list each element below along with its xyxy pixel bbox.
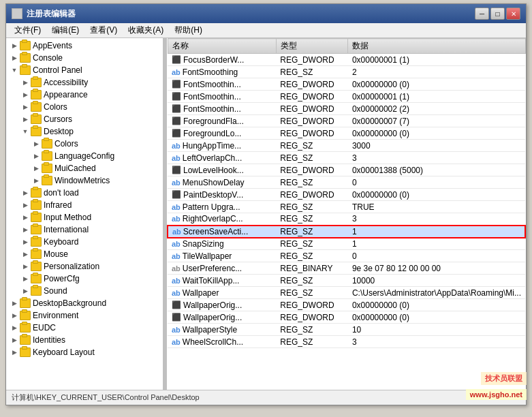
- tree-item-infrared[interactable]: ▶ Infrared: [6, 199, 163, 211]
- tree-expander[interactable]: ▶: [9, 322, 20, 333]
- tree-item-dontload[interactable]: ▶ don't load: [6, 187, 163, 199]
- tree-expander[interactable]: ▶: [9, 347, 20, 358]
- tree-item-controlpanel[interactable]: ▼ Control Panel: [6, 64, 163, 76]
- col-header-data[interactable]: 数据: [348, 39, 525, 54]
- window-title: 注册表编辑器: [27, 8, 475, 20]
- table-row[interactable]: abScreenSaveActi... REG_SZ 1: [168, 226, 525, 238]
- table-row[interactable]: abPattern Upgra... REG_SZ TRUE: [168, 201, 525, 213]
- tree-item-windowmetrics[interactable]: ▶ WindowMetrics: [6, 174, 163, 187]
- col-header-type[interactable]: 类型: [276, 39, 348, 54]
- tree-expander[interactable]: ▶: [9, 298, 20, 309]
- table-row[interactable]: ⬛WallpaperOrig... REG_DWORD 0x00000000 (…: [168, 311, 525, 324]
- tree-expander[interactable]: ▶: [20, 114, 31, 125]
- menu-view[interactable]: 查看(V): [84, 23, 123, 37]
- menu-edit[interactable]: 编辑(E): [46, 23, 84, 37]
- tree-panel[interactable]: ▶ AppEvents ▶ Console ▼ Control Panel ▶ …: [6, 38, 164, 390]
- tree-expander[interactable]: ▶: [20, 261, 31, 272]
- table-row[interactable]: abWheelScrollCh... REG_SZ 3: [168, 336, 525, 348]
- table-row[interactable]: abUserPreferenc... REG_BINARY 9e 3e 07 8…: [168, 262, 525, 275]
- table-row[interactable]: abFontSmoothing REG_SZ 2: [168, 66, 525, 78]
- col-header-name[interactable]: 名称: [168, 39, 276, 54]
- tree-item-identities[interactable]: ▶ Identities: [6, 334, 163, 346]
- table-row[interactable]: ⬛LowLevelHook... REG_DWORD 0x00001388 (5…: [168, 164, 525, 176]
- tree-expander[interactable]: ▼: [9, 65, 20, 76]
- table-row[interactable]: abSnapSizing REG_SZ 1: [168, 238, 525, 250]
- tree-item-appevents[interactable]: ▶ AppEvents: [6, 40, 163, 52]
- cell-name: abHungAppTime...: [168, 140, 276, 152]
- cell-type: REG_DWORD: [276, 78, 348, 91]
- table-row[interactable]: abRightOverlapC... REG_SZ 3: [168, 213, 525, 226]
- cell-type: REG_SZ: [276, 275, 348, 287]
- tree-item-inputmethod[interactable]: ▶ Input Method: [6, 211, 163, 223]
- cell-data: C:\Users\Administrator\AppData\Roaming\M…: [348, 287, 525, 299]
- tree-expander[interactable]: ▶: [20, 77, 31, 88]
- tree-expander[interactable]: ▶: [31, 175, 42, 186]
- cell-name: ⬛FocusBorderW...: [168, 54, 276, 66]
- table-row[interactable]: abTileWallpaper REG_SZ 0: [168, 250, 525, 262]
- tree-item-environment[interactable]: ▶ Environment: [6, 309, 163, 322]
- tree-expander[interactable]: ▶: [20, 200, 31, 211]
- tree-expander[interactable]: ▶: [20, 89, 31, 100]
- tree-expander[interactable]: ▶: [20, 212, 31, 223]
- tree-expander[interactable]: ▶: [20, 187, 31, 198]
- cell-name: ⬛FontSmoothin...: [168, 103, 276, 115]
- table-row[interactable]: ⬛PaintDesktopV... REG_DWORD 0x00000000 (…: [168, 189, 525, 201]
- minimize-button[interactable]: ─: [475, 7, 489, 20]
- cell-data: 3000: [348, 140, 525, 152]
- close-button[interactable]: ✕: [506, 7, 520, 20]
- tree-item-desktopbg[interactable]: ▶ DesktopBackground: [6, 297, 163, 309]
- table-row[interactable]: abMenuShowDelay REG_SZ 0: [168, 176, 525, 189]
- tree-item-cursors[interactable]: ▶ Cursors: [6, 113, 163, 125]
- tree-item-powercfg[interactable]: ▶ PowerCfg: [6, 273, 163, 285]
- tree-expander[interactable]: ▶: [20, 102, 31, 112]
- table-row[interactable]: ⬛ForegroundLo... REG_DWORD 0x00000000 (0…: [168, 127, 525, 140]
- tree-item-muicached[interactable]: ▶ MuiCached: [6, 162, 163, 174]
- tree-expander[interactable]: ▶: [31, 163, 42, 174]
- table-row[interactable]: abWallpaper REG_SZ C:\Users\Administrato…: [168, 287, 525, 299]
- tree-expander[interactable]: ▶: [31, 138, 42, 149]
- table-row[interactable]: ⬛ForegroundFla... REG_DWORD 0x00000007 (…: [168, 115, 525, 127]
- table-row[interactable]: abWaitToKillApp... REG_SZ 10000: [168, 275, 525, 287]
- tree-expander[interactable]: ▶: [31, 151, 42, 161]
- tree-item-eudc[interactable]: ▶ EUDC: [6, 322, 163, 334]
- tree-item-international[interactable]: ▶ International: [6, 223, 163, 236]
- table-row[interactable]: ⬛FontSmoothin... REG_DWORD 0x00000000 (0…: [168, 78, 525, 91]
- tree-item-accessibility[interactable]: ▶ Accessibility: [6, 76, 163, 89]
- cell-type: REG_DWORD: [276, 164, 348, 176]
- table-row[interactable]: ⬛FocusBorderW... REG_DWORD 0x00000001 (1…: [168, 54, 525, 66]
- tree-expander[interactable]: ▶: [20, 273, 31, 284]
- tree-expander[interactable]: ▶: [20, 224, 31, 235]
- table-row[interactable]: abHungAppTime... REG_SZ 3000: [168, 140, 525, 152]
- tree-item-appearance[interactable]: ▶ Appearance: [6, 89, 163, 101]
- tree-item-languageconfig[interactable]: ▶ LanguageConfig: [6, 150, 163, 162]
- tree-item-colors[interactable]: ▶ Colors: [6, 101, 163, 113]
- tree-item-desktop[interactable]: ▼ Desktop: [6, 125, 163, 138]
- table-row[interactable]: ⬛WallpaperOrig... REG_DWORD 0x00000000 (…: [168, 299, 525, 311]
- table-row[interactable]: abLeftOverlapCh... REG_SZ 3: [168, 152, 525, 164]
- menu-file[interactable]: 文件(F): [9, 23, 46, 37]
- tree-expander[interactable]: ▶: [9, 335, 20, 345]
- table-row[interactable]: ⬛FontSmoothin... REG_DWORD 0x00000001 (1…: [168, 91, 525, 103]
- table-row[interactable]: ⬛FontSmoothin... REG_DWORD 0x00000002 (2…: [168, 103, 525, 115]
- tree-item-desktopcolors[interactable]: ▶ Colors: [6, 138, 163, 150]
- tree-item-keyboard[interactable]: ▶ Keyboard: [6, 236, 163, 248]
- tree-item-console[interactable]: ▶ Console: [6, 52, 163, 64]
- tree-expander[interactable]: ▶: [20, 236, 31, 247]
- table-row[interactable]: abWallpaperStyle REG_SZ 10: [168, 324, 525, 336]
- tree-expander[interactable]: ▶: [9, 52, 20, 63]
- tree-expander[interactable]: ▶: [9, 40, 20, 51]
- menu-favorites[interactable]: 收藏夹(A): [123, 23, 169, 37]
- tree-expander[interactable]: ▶: [20, 285, 31, 296]
- tree-item-sound[interactable]: ▶ Sound: [6, 285, 163, 297]
- tree-expander[interactable]: ▶: [20, 249, 31, 260]
- tree-item-mouse[interactable]: ▶ Mouse: [6, 248, 163, 260]
- tree-expander[interactable]: ▼: [20, 126, 31, 137]
- reg-sz-icon: ab: [172, 215, 181, 223]
- reg-sz-icon: ab: [172, 338, 181, 346]
- maximize-button[interactable]: □: [490, 7, 505, 20]
- tree-item-keyboardlayout[interactable]: ▶ Keyboard Layout: [6, 346, 163, 358]
- tree-item-personalization[interactable]: ▶ Personalization: [6, 260, 163, 273]
- titlebar: 注册表编辑器 ─ □ ✕: [6, 4, 526, 23]
- tree-expander[interactable]: ▶: [9, 310, 20, 321]
- menu-help[interactable]: 帮助(H): [169, 23, 208, 37]
